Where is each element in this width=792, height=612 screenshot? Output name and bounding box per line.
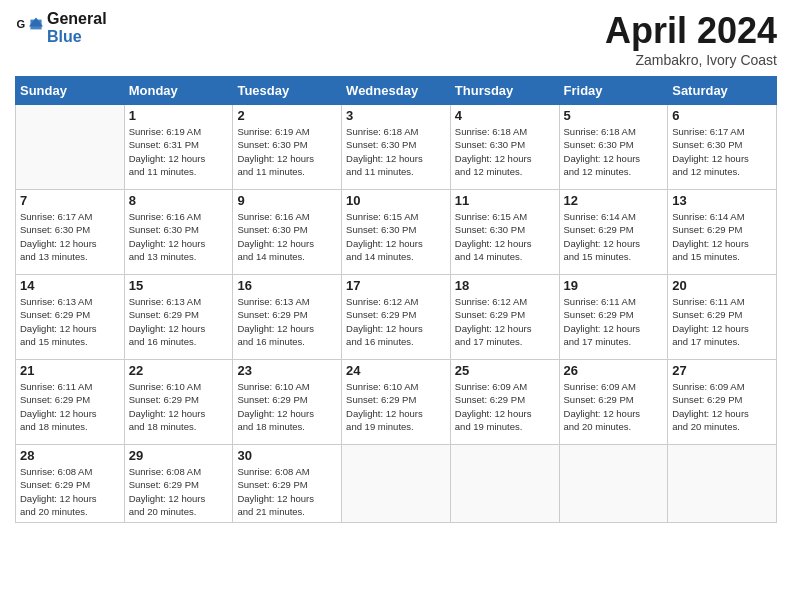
day-cell: 5Sunrise: 6:18 AMSunset: 6:30 PMDaylight… [559,105,668,190]
day-cell [559,445,668,523]
day-number: 17 [346,278,446,293]
header-cell-sunday: Sunday [16,77,125,105]
week-row-2: 14Sunrise: 6:13 AMSunset: 6:29 PMDayligh… [16,275,777,360]
day-cell: 27Sunrise: 6:09 AMSunset: 6:29 PMDayligh… [668,360,777,445]
day-cell: 10Sunrise: 6:15 AMSunset: 6:30 PMDayligh… [342,190,451,275]
day-number: 15 [129,278,229,293]
day-info: Sunrise: 6:10 AMSunset: 6:29 PMDaylight:… [129,380,229,433]
day-cell: 9Sunrise: 6:16 AMSunset: 6:30 PMDaylight… [233,190,342,275]
day-info: Sunrise: 6:14 AMSunset: 6:29 PMDaylight:… [672,210,772,263]
day-number: 14 [20,278,120,293]
day-number: 11 [455,193,555,208]
day-cell: 11Sunrise: 6:15 AMSunset: 6:30 PMDayligh… [450,190,559,275]
day-info: Sunrise: 6:08 AMSunset: 6:29 PMDaylight:… [237,465,337,518]
day-info: Sunrise: 6:08 AMSunset: 6:29 PMDaylight:… [129,465,229,518]
day-cell: 23Sunrise: 6:10 AMSunset: 6:29 PMDayligh… [233,360,342,445]
day-info: Sunrise: 6:11 AMSunset: 6:29 PMDaylight:… [20,380,120,433]
day-cell: 20Sunrise: 6:11 AMSunset: 6:29 PMDayligh… [668,275,777,360]
day-cell: 7Sunrise: 6:17 AMSunset: 6:30 PMDaylight… [16,190,125,275]
day-info: Sunrise: 6:15 AMSunset: 6:30 PMDaylight:… [346,210,446,263]
day-info: Sunrise: 6:17 AMSunset: 6:30 PMDaylight:… [672,125,772,178]
day-number: 9 [237,193,337,208]
logo: G General Blue [15,10,107,45]
day-cell: 14Sunrise: 6:13 AMSunset: 6:29 PMDayligh… [16,275,125,360]
day-cell: 24Sunrise: 6:10 AMSunset: 6:29 PMDayligh… [342,360,451,445]
day-cell: 21Sunrise: 6:11 AMSunset: 6:29 PMDayligh… [16,360,125,445]
day-cell: 3Sunrise: 6:18 AMSunset: 6:30 PMDaylight… [342,105,451,190]
day-number: 20 [672,278,772,293]
day-cell: 22Sunrise: 6:10 AMSunset: 6:29 PMDayligh… [124,360,233,445]
page-header: G General Blue April 2024 Zambakro, Ivor… [15,10,777,68]
day-cell: 2Sunrise: 6:19 AMSunset: 6:30 PMDaylight… [233,105,342,190]
day-info: Sunrise: 6:18 AMSunset: 6:30 PMDaylight:… [564,125,664,178]
day-number: 18 [455,278,555,293]
day-info: Sunrise: 6:14 AMSunset: 6:29 PMDaylight:… [564,210,664,263]
day-cell: 1Sunrise: 6:19 AMSunset: 6:31 PMDaylight… [124,105,233,190]
day-info: Sunrise: 6:16 AMSunset: 6:30 PMDaylight:… [129,210,229,263]
week-row-1: 7Sunrise: 6:17 AMSunset: 6:30 PMDaylight… [16,190,777,275]
day-info: Sunrise: 6:19 AMSunset: 6:30 PMDaylight:… [237,125,337,178]
location: Zambakro, Ivory Coast [605,52,777,68]
day-info: Sunrise: 6:13 AMSunset: 6:29 PMDaylight:… [129,295,229,348]
day-cell: 28Sunrise: 6:08 AMSunset: 6:29 PMDayligh… [16,445,125,523]
day-info: Sunrise: 6:08 AMSunset: 6:29 PMDaylight:… [20,465,120,518]
day-cell: 29Sunrise: 6:08 AMSunset: 6:29 PMDayligh… [124,445,233,523]
day-number: 21 [20,363,120,378]
day-number: 24 [346,363,446,378]
header-row: SundayMondayTuesdayWednesdayThursdayFrid… [16,77,777,105]
day-number: 30 [237,448,337,463]
day-cell: 12Sunrise: 6:14 AMSunset: 6:29 PMDayligh… [559,190,668,275]
day-cell: 16Sunrise: 6:13 AMSunset: 6:29 PMDayligh… [233,275,342,360]
day-cell [16,105,125,190]
day-cell: 30Sunrise: 6:08 AMSunset: 6:29 PMDayligh… [233,445,342,523]
day-number: 5 [564,108,664,123]
day-info: Sunrise: 6:11 AMSunset: 6:29 PMDaylight:… [672,295,772,348]
day-info: Sunrise: 6:13 AMSunset: 6:29 PMDaylight:… [20,295,120,348]
week-row-0: 1Sunrise: 6:19 AMSunset: 6:31 PMDaylight… [16,105,777,190]
day-number: 19 [564,278,664,293]
day-number: 2 [237,108,337,123]
month-title: April 2024 [605,10,777,52]
day-cell: 13Sunrise: 6:14 AMSunset: 6:29 PMDayligh… [668,190,777,275]
day-number: 6 [672,108,772,123]
day-info: Sunrise: 6:09 AMSunset: 6:29 PMDaylight:… [564,380,664,433]
day-number: 28 [20,448,120,463]
header-cell-thursday: Thursday [450,77,559,105]
week-row-3: 21Sunrise: 6:11 AMSunset: 6:29 PMDayligh… [16,360,777,445]
day-cell [342,445,451,523]
calendar-table: SundayMondayTuesdayWednesdayThursdayFrid… [15,76,777,523]
day-cell: 26Sunrise: 6:09 AMSunset: 6:29 PMDayligh… [559,360,668,445]
day-cell: 6Sunrise: 6:17 AMSunset: 6:30 PMDaylight… [668,105,777,190]
day-number: 4 [455,108,555,123]
day-number: 27 [672,363,772,378]
day-number: 25 [455,363,555,378]
day-info: Sunrise: 6:17 AMSunset: 6:30 PMDaylight:… [20,210,120,263]
header-cell-saturday: Saturday [668,77,777,105]
day-number: 8 [129,193,229,208]
day-cell [450,445,559,523]
header-cell-monday: Monday [124,77,233,105]
day-number: 22 [129,363,229,378]
day-cell: 17Sunrise: 6:12 AMSunset: 6:29 PMDayligh… [342,275,451,360]
day-cell: 15Sunrise: 6:13 AMSunset: 6:29 PMDayligh… [124,275,233,360]
day-number: 10 [346,193,446,208]
day-info: Sunrise: 6:13 AMSunset: 6:29 PMDaylight:… [237,295,337,348]
day-number: 7 [20,193,120,208]
day-number: 13 [672,193,772,208]
day-info: Sunrise: 6:16 AMSunset: 6:30 PMDaylight:… [237,210,337,263]
header-cell-friday: Friday [559,77,668,105]
day-info: Sunrise: 6:19 AMSunset: 6:31 PMDaylight:… [129,125,229,178]
day-cell: 25Sunrise: 6:09 AMSunset: 6:29 PMDayligh… [450,360,559,445]
day-number: 12 [564,193,664,208]
day-info: Sunrise: 6:18 AMSunset: 6:30 PMDaylight:… [346,125,446,178]
day-info: Sunrise: 6:11 AMSunset: 6:29 PMDaylight:… [564,295,664,348]
day-info: Sunrise: 6:12 AMSunset: 6:29 PMDaylight:… [455,295,555,348]
title-area: April 2024 Zambakro, Ivory Coast [605,10,777,68]
day-number: 1 [129,108,229,123]
day-info: Sunrise: 6:18 AMSunset: 6:30 PMDaylight:… [455,125,555,178]
day-info: Sunrise: 6:10 AMSunset: 6:29 PMDaylight:… [346,380,446,433]
logo-icon: G [15,14,43,42]
header-cell-wednesday: Wednesday [342,77,451,105]
day-number: 23 [237,363,337,378]
day-info: Sunrise: 6:15 AMSunset: 6:30 PMDaylight:… [455,210,555,263]
